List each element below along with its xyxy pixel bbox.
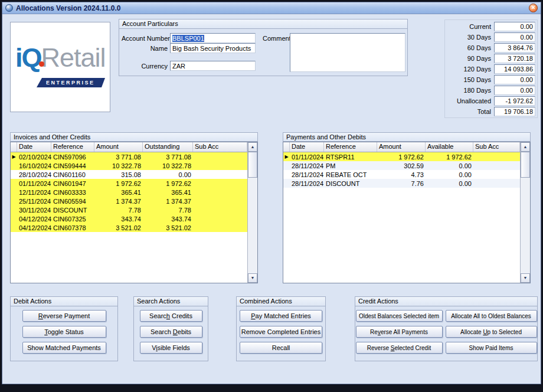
debits-scrollbar[interactable]: ▲ ▼: [520, 142, 530, 283]
logo-retail-text: Retail: [41, 43, 106, 73]
cell-outstanding: 3 521.02: [143, 224, 193, 231]
toggle-status-button[interactable]: Toggle Status: [22, 326, 106, 338]
cell-outstanding: 1 374.37: [143, 198, 193, 205]
comments-input[interactable]: [290, 33, 405, 72]
aging-row-150-days: 150 Days0.00: [446, 74, 536, 85]
column-header-date[interactable]: Date: [17, 142, 51, 152]
visible-fields-button[interactable]: Visible Fields: [140, 342, 202, 354]
currency-label: Currency: [122, 61, 168, 71]
grid-row-rebate-oct[interactable]: 28/11/2024REBATE OCT4.730.00: [283, 170, 520, 179]
cell-date: 28/11/2024: [290, 180, 324, 187]
pay-matched-entries-button[interactable]: Pay Matched Entries: [240, 310, 322, 322]
allocate-all-to-oldest-balances-button[interactable]: Allocate All to Oldest Balances: [446, 310, 537, 322]
logo-enterprise-banner: ENTERPRISE: [37, 78, 105, 87]
cell-amount: 7.78: [94, 207, 143, 214]
grid-row-cin605594[interactable]: 25/11/2024CIN6055941 374.371 374.37: [11, 197, 247, 205]
scroll-up-icon[interactable]: ▲: [521, 142, 530, 152]
grid-row-cin601947[interactable]: 01/11/2024CIN6019471 972.621 972.62: [11, 179, 247, 188]
aging-value-unallocated: -1 972.62: [494, 96, 535, 106]
column-header-sub-acc[interactable]: Sub Acc: [473, 142, 520, 152]
aging-panel: Current0.0030 Days0.0060 Days3 864.7690 …: [444, 19, 538, 118]
cell-outstanding: 1 972.62: [143, 180, 193, 187]
reverse-all-payments-button[interactable]: Reverse All Payments: [356, 326, 443, 338]
current-row-marker-icon: ▶: [283, 152, 290, 161]
aging-row-60-days: 60 Days3 864.76: [446, 43, 536, 53]
app-icon: [5, 4, 13, 12]
remove-completed-entries-button[interactable]: Remove Completed Entries: [240, 326, 322, 338]
grid-row-discount[interactable]: 28/11/2024DISCOUNT7.760.00: [283, 179, 520, 188]
grid-row-cin607325[interactable]: 04/12/2024CIN607325343.74343.74: [11, 214, 247, 223]
search-credits-button[interactable]: Search Credits: [140, 310, 202, 322]
aging-value-total: 19 706.18: [494, 107, 535, 116]
column-header-reference[interactable]: Reference: [324, 142, 377, 152]
scroll-down-icon[interactable]: ▼: [248, 273, 257, 283]
reverse-payment-button[interactable]: Reverse Payment: [22, 310, 106, 322]
grid-row-cin603333[interactable]: 12/11/2024CIN603333365.41365.41: [11, 188, 247, 197]
column-header-outstanding[interactable]: Outstanding: [143, 142, 193, 152]
aging-row-unallocated: Unallocated-1 972.62: [446, 96, 536, 106]
scroll-thumb[interactable]: [248, 152, 257, 178]
aging-row-current: Current0.00: [446, 21, 536, 32]
debits-grid-body: ▶01/11/2024RTSPR111 972.621 972.6228/11/…: [283, 152, 520, 283]
reverse-selected-credit-button[interactable]: Reverse Selected Credit: [356, 342, 443, 354]
cell-available: 0.00: [426, 171, 473, 178]
aging-value-90-days: 3 720.18: [494, 54, 535, 63]
column-header-sub-acc[interactable]: Sub Acc: [193, 142, 247, 152]
cell-reference: PM: [324, 162, 377, 169]
scroll-down-icon[interactable]: ▼: [521, 273, 530, 283]
cell-outstanding: 10 322.78: [143, 162, 193, 169]
scroll-thumb[interactable]: [521, 152, 530, 178]
grid-row-cin607378[interactable]: 04/12/2024CIN6073783 521.023 521.02: [11, 223, 247, 232]
allocations-window: Allocations Version 2024.11.0.0 ✕ iQReta…: [2, 2, 541, 384]
aging-value-180-days: 0.00: [494, 86, 535, 95]
grid-row-discount[interactable]: 30/11/2024DISCOUNT7.787.78: [11, 205, 247, 214]
recall-button[interactable]: Recall: [240, 342, 322, 354]
column-header-date[interactable]: Date: [290, 142, 324, 152]
logo-red-dot-icon: [39, 61, 44, 67]
cell-available: 0.00: [426, 180, 473, 187]
show-paid-items-button[interactable]: Show Paid Items: [446, 342, 537, 354]
scroll-up-icon[interactable]: ▲: [248, 142, 257, 152]
cell-date: 30/11/2024: [17, 207, 51, 214]
iq-retail-logo: iQRetail ENTERPRISE: [10, 22, 110, 112]
account-particulars-caption: Account Particulars: [119, 19, 407, 29]
account-name-label: Name: [122, 44, 168, 53]
grid-row-cin601160[interactable]: 28/10/2024CIN601160315.080.00: [11, 170, 247, 179]
show-matched-payments-button[interactable]: Show Matched Payments: [22, 342, 106, 354]
account-name-input[interactable]: Big Bash Security Products: [170, 43, 256, 53]
aging-label-unallocated: Unallocated: [446, 97, 493, 104]
column-header-amount[interactable]: Amount: [377, 142, 426, 152]
column-header-reference[interactable]: Reference: [51, 142, 94, 152]
aging-row-180-days: 180 Days0.00: [446, 85, 536, 96]
aging-row-total: Total19 706.18: [446, 106, 536, 117]
credits-scrollbar[interactable]: ▲ ▼: [247, 142, 257, 283]
grid-row-rtspr11[interactable]: ▶01/11/2024RTSPR111 972.621 972.62: [283, 152, 520, 161]
title-bar[interactable]: Allocations Version 2024.11.0.0 ✕: [2, 2, 541, 14]
cell-date: 01/11/2024: [290, 153, 324, 161]
cell-amount: 302.59: [377, 162, 426, 169]
account-number-input[interactable]: BBLSP001: [170, 33, 256, 43]
comments-label: Comments: [263, 34, 290, 43]
column-header-amount[interactable]: Amount: [94, 142, 143, 152]
credits-grid-caption: Invoices and Other Credits: [10, 132, 258, 142]
allocate-up-to-selected-button[interactable]: Allocate Up to Selected: [446, 326, 537, 338]
close-button[interactable]: ✕: [529, 4, 538, 12]
cell-date: 28/11/2024: [290, 162, 324, 169]
search-debits-button[interactable]: Search Debits: [140, 326, 202, 338]
debits-grid-caption: Payments and Other Debits: [283, 132, 531, 142]
grid-row-cin599444[interactable]: 16/10/2024CIN59944410 322.7810 322.78: [11, 161, 247, 170]
column-header-available[interactable]: Available: [426, 142, 473, 152]
aging-row-90-days: 90 Days3 720.18: [446, 53, 536, 64]
currency-input[interactable]: ZAR: [170, 61, 256, 71]
debits-grid: DateReferenceAmountAvailableSub Acc ▶01/…: [283, 142, 531, 283]
account-number-value: BBLSP001: [172, 35, 204, 42]
oldest-balances-selected-item-button[interactable]: Oldest Balances Selected item: [356, 310, 443, 322]
cell-reference: DISCOUNT: [51, 207, 94, 214]
cell-outstanding: 3 771.08: [143, 153, 193, 161]
grid-row-pm[interactable]: 28/11/2024PM302.590.00: [283, 161, 520, 170]
cell-date: 04/12/2024: [17, 215, 51, 223]
cell-date: 28/11/2024: [290, 171, 324, 178]
cell-amount: 4.73: [377, 171, 426, 178]
cell-amount: 3 521.02: [94, 224, 143, 231]
grid-row-cin597096[interactable]: ▶02/10/2024CIN5970963 771.083 771.08: [11, 152, 247, 161]
